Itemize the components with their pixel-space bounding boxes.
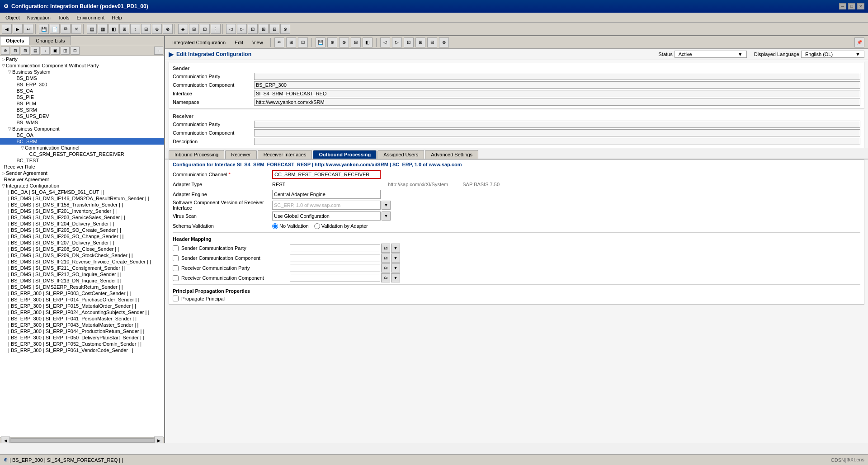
tree-item-bizcomp[interactable]: ▽Business Component (0, 126, 164, 132)
expand-icon-ccrestforecast[interactable] (27, 152, 28, 156)
tab-receiver-interfaces[interactable]: Receiver Interfaces (258, 150, 312, 159)
toolbar-btn-15[interactable]: ⊡ (200, 24, 210, 34)
left-tb-btn3[interactable]: ⊞ (21, 47, 30, 55)
expand-icon-bcsrm[interactable] (14, 139, 16, 144)
tree-item-senderagreement[interactable]: ▷Sender Agreement (0, 170, 164, 176)
hm-recv-party-btn2[interactable]: ▼ (391, 263, 400, 272)
list-item[interactable]: | BS_DMS | SI_DMS_IF208_SO_Close_Sender … (0, 246, 164, 252)
list-item[interactable]: | BS_DMS | SI_DMS_IF204_Delivery_Sender … (0, 221, 164, 227)
toolbar-btn-13[interactable]: ◈ (178, 24, 188, 34)
expand-icon-bsoa[interactable] (14, 89, 16, 93)
toolbar-btn-9[interactable]: ↕ (130, 24, 140, 34)
horizontal-scrollbar-left[interactable]: ◀ ▶ (0, 437, 164, 443)
swcomp-input[interactable] (272, 201, 381, 210)
tab-receiver[interactable]: Receiver (225, 150, 256, 159)
list-item[interactable]: | BS_DMS | SI_DMS_IF158_TransferInfo_Sen… (0, 202, 164, 208)
recv-comm-comp-input[interactable] (254, 129, 860, 136)
hm-recv-party-input[interactable] (290, 264, 380, 272)
list-item[interactable]: | BS_ERP_300 | SI_ERP_IF003_CostCenter_S… (0, 290, 164, 296)
rt-btn12[interactable]: ⊞ (415, 38, 425, 47)
tree-item-bspie[interactable]: BS_PIE (0, 94, 164, 100)
rt-btn6[interactable]: ⊗ (339, 38, 349, 47)
left-tb-btn-scroll[interactable]: ⋮ (154, 47, 163, 55)
minimize-button[interactable]: ─ (839, 3, 846, 9)
rt-btn1[interactable]: ✏ (274, 38, 284, 47)
list-item[interactable]: | BS_ERP_300 | SI_ERP_IF041_PersonMaster… (0, 315, 164, 322)
expand-icon-bsplm[interactable] (14, 101, 16, 106)
virusscan-dropdown-btn[interactable]: ▼ (382, 211, 391, 221)
list-item[interactable]: | BS_ERP_300 | SI_ERP_IF050_DeliveryPlan… (0, 334, 164, 341)
toolbar-btn-18[interactable]: ▷ (237, 24, 247, 34)
rt-btn8[interactable]: ◧ (363, 38, 373, 47)
rt-btn13[interactable]: ⊟ (427, 38, 437, 47)
restore-button[interactable]: □ (848, 3, 855, 9)
hm-sender-party-btn2[interactable]: ▼ (391, 244, 400, 253)
menu-environment[interactable]: Environment (73, 14, 108, 21)
expand-icon-senderagreement[interactable]: ▷ (2, 171, 5, 175)
list-item[interactable]: | BC_OA | SI_OA_S4_ZFMSD_061_OUT | | (0, 189, 164, 195)
expand-icon-bsupsdev[interactable] (14, 114, 16, 118)
toolbar-btn-2[interactable]: ▶ (13, 24, 23, 34)
rt-btn7[interactable]: ⊟ (351, 38, 361, 47)
recv-comm-party-input[interactable] (254, 121, 860, 128)
sender-comm-comp-input[interactable] (254, 81, 860, 89)
tree-item-bizsys[interactable]: ▽Business System (0, 69, 164, 75)
schemaval-novalidation-option[interactable]: No Validation (272, 223, 309, 229)
toolbar-btn-save[interactable]: 💾 (39, 24, 49, 34)
rt-btn14[interactable]: ⊗ (439, 38, 449, 47)
list-item[interactable]: | BS_ERP_300 | SI_ERP_IF061_VendorCode_S… (0, 347, 164, 353)
list-item[interactable]: | BS_ERP_300 | SI_ERP_IF014_PurchaseOrde… (0, 296, 164, 303)
toolbar-btn-3[interactable]: ↩ (24, 24, 33, 34)
sender-comm-party-input[interactable] (254, 73, 860, 80)
expand-icon-receiveragreement[interactable] (2, 177, 3, 182)
toolbar-btn-1[interactable]: ◀ (2, 24, 12, 34)
adapter-engine-input[interactable] (272, 190, 381, 199)
hm-recv-comp-btn2[interactable]: ▼ (391, 273, 400, 282)
rt-btn5[interactable]: ⊕ (327, 38, 337, 47)
tree-item-commchan[interactable]: ▽Communication Channel (0, 145, 164, 151)
rt-btn11[interactable]: ⊡ (404, 38, 414, 47)
tab-outbound-processing[interactable]: Outbound Processing (313, 150, 377, 159)
hm-sender-comp-btn2[interactable]: ▼ (391, 254, 400, 263)
list-item[interactable]: | BS_ERP_300 | SI_ERP_IF015_MaterialOrde… (0, 303, 164, 309)
menu-navigation[interactable]: Navigation (24, 14, 54, 21)
schemaval-byadapter-radio[interactable] (314, 223, 320, 229)
expand-icon-bizcomp[interactable]: ▽ (8, 127, 11, 131)
list-item[interactable]: | BS_DMS | SI_DMS_IF210_Reverse_Invoice_… (0, 258, 164, 265)
status-field[interactable]: Active ▼ (675, 51, 747, 58)
rt-btn10[interactable]: ▷ (392, 38, 402, 47)
list-item[interactable]: | BS_ERP_300 | SI_ERP_IF024_AccountingSu… (0, 309, 164, 315)
expand-icon-bcoa[interactable] (14, 133, 16, 137)
hm-sender-party-check[interactable] (173, 245, 179, 251)
hm-sender-party-input[interactable] (290, 244, 380, 252)
toolbar-btn-7[interactable]: ◧ (108, 24, 118, 34)
propagate-check[interactable] (173, 296, 179, 301)
list-item[interactable]: | BS_DMS | SI_DMS2ERP_ResultReturn_Sende… (0, 284, 164, 290)
close-button[interactable]: ✕ (857, 3, 864, 9)
toolbar-btn-16[interactable]: ⋮ (211, 24, 221, 34)
toolbar-btn-10[interactable]: ⊟ (141, 24, 151, 34)
rt-btn4[interactable]: 💾 (316, 38, 326, 47)
tree-item-bctest[interactable]: BC_TEST (0, 157, 164, 164)
menu-view[interactable]: View (249, 39, 267, 46)
list-item[interactable]: | BS_ERP_300 | SI_ERP_IF043_MaterialMast… (0, 322, 164, 328)
list-item[interactable]: | BS_ERP_300 | SI_ERP_IF044_ProductionRe… (0, 328, 164, 334)
list-item[interactable]: | BS_DMS | SI_DMS_IF201_Inventory_Sender… (0, 208, 164, 214)
hm-recv-comp-btn1[interactable]: 🗂 (381, 273, 390, 282)
toolbar-btn-20[interactable]: ⊞ (259, 24, 269, 34)
rt-btn3[interactable]: ⊡ (298, 38, 308, 47)
toolbar-btn-17[interactable]: ◁ (226, 24, 236, 34)
menu-integrated-config[interactable]: Integrated Configuration (169, 39, 229, 46)
tree-item-receiveragreement[interactable]: Receiver Agreement (0, 176, 164, 183)
swcomp-dropdown-btn[interactable]: ▼ (382, 201, 391, 210)
toolbar-btn-12[interactable]: ⊗ (163, 24, 173, 34)
tab-objects[interactable]: Objects (0, 36, 30, 45)
left-tb-btn7[interactable]: ◫ (61, 47, 70, 55)
left-tb-btn2[interactable]: ⊟ (11, 47, 20, 55)
toolbar-btn-6[interactable]: ▦ (98, 24, 108, 34)
tree-item-bserp300[interactable]: BS_ERP_300 (0, 81, 164, 88)
expand-icon-bspie[interactable] (14, 95, 16, 99)
tree-item-intconfig[interactable]: ▽Integrated Configuration (0, 183, 164, 189)
left-tb-btn5[interactable]: ↕ (41, 47, 50, 55)
toolbar-btn-19[interactable]: ⊡ (248, 24, 258, 34)
